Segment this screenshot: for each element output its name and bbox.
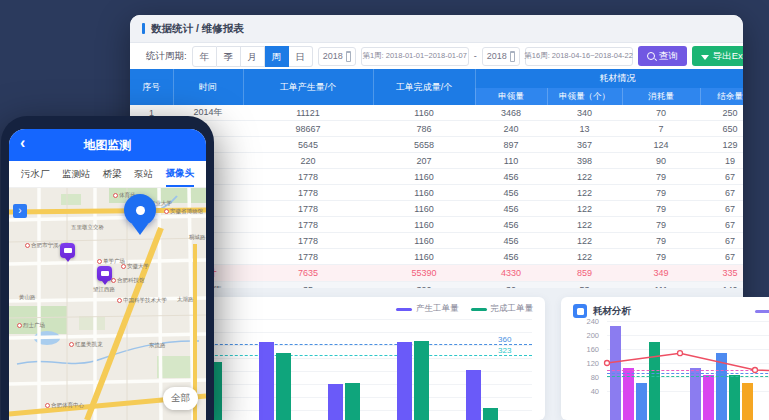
tab-监测站[interactable]: 监测站 (62, 162, 91, 186)
panel-icon (573, 304, 587, 318)
poi-dot-icon (113, 193, 118, 198)
calendar-icon (510, 51, 515, 62)
range-separator: - (474, 51, 477, 61)
table-cell: 67 (700, 249, 743, 265)
map-poi-label: 合肥体育中心 (45, 402, 84, 409)
gridline (160, 319, 532, 320)
map-tiles (9, 188, 206, 420)
y-axis-tick: 120 (569, 359, 599, 368)
column-header: 时间 (173, 69, 243, 105)
phone-title: 地图监测 (84, 137, 132, 154)
sub-column-header: 结余量 (700, 88, 743, 105)
bar-consumable (649, 342, 660, 420)
period-option-日[interactable]: 日 (289, 46, 313, 67)
report-table: 序号时间工单产生量/个工单完成量/个耗材情况申领量申领量（个）消耗量结余量120… (130, 69, 743, 299)
tab-泵站[interactable]: 泵站 (134, 162, 153, 186)
table-cell: 456 (475, 169, 547, 185)
bar-产生工单量 (328, 384, 343, 420)
selected-pin-icon[interactable] (124, 194, 156, 226)
tab-摄像头[interactable]: 摄像头 (166, 161, 195, 187)
period-option-月[interactable]: 月 (241, 46, 265, 67)
table-cell: 859 (547, 265, 622, 282)
bar-完成工单量 (483, 408, 498, 420)
period-option-年[interactable]: 年 (192, 46, 217, 67)
table-cell: 650 (700, 121, 743, 137)
table-cell: 122 (547, 249, 622, 265)
export-excel-button[interactable]: 导出Excel (692, 46, 743, 66)
map-poi-label: 红星美凯龙 (69, 341, 103, 348)
table-cell: 79 (622, 201, 700, 217)
phone-header: ‹ 地图监测 (9, 129, 206, 161)
poi-dot-icon (164, 209, 169, 214)
reference-label: 360 (498, 335, 511, 344)
table-cell: 13 (547, 121, 622, 137)
legend-item[interactable]: 产生工单量 (396, 303, 459, 315)
end-year-select[interactable]: 2018 (482, 47, 520, 66)
start-week-input[interactable]: 第1周: 2018-01-01~2018-01-07 (361, 47, 469, 66)
poi-dot-icon (45, 403, 50, 408)
table-header-row: 序号时间工单产生量/个工单完成量/个耗材情况 (130, 69, 743, 88)
bar-consumable (636, 383, 647, 420)
table-cell: 1778 (243, 169, 373, 185)
map-view[interactable]: › 体育场安徽农业大学安徽省博物馆五里墩立交桥桐城路合肥市宁溪小学单学广场安徽大… (9, 188, 206, 420)
legend-dash (471, 308, 487, 311)
chart-legend: 产生工单量完成工单量 (396, 303, 533, 315)
poi-dot-icon (25, 243, 30, 248)
table-cell: 122 (547, 217, 622, 233)
table-cell: 786 (373, 121, 475, 137)
filter-bar: 统计周期: 年季月周日 2018 第1周: 2018-01-01~2018-01… (130, 43, 743, 69)
table-cell: 55390 (373, 265, 475, 282)
show-all-button[interactable]: 全部 (163, 387, 198, 410)
reference-line (160, 344, 532, 345)
table-cell: 11121 (243, 105, 373, 121)
table-cell: 98667 (243, 121, 373, 137)
gridline (160, 358, 532, 359)
table-cell: 1778 (243, 233, 373, 249)
table-cell: 456 (475, 233, 547, 249)
y-axis-tick: 80 (569, 373, 599, 382)
chart-header: 耗材分析 (573, 304, 631, 318)
calendar-icon (346, 51, 351, 62)
bar-consumable (703, 375, 714, 420)
table-cell: 398 (547, 153, 622, 169)
table-cell: 7 (622, 121, 700, 137)
back-chevron-icon[interactable]: ‹ (20, 134, 25, 152)
poi-dot-icon (69, 342, 74, 347)
end-week-input[interactable]: 第16周: 2018-04-16~2018-04-22 (525, 47, 633, 66)
legend-dash (396, 308, 412, 311)
table-cell: 1778 (243, 185, 373, 201)
table-row: 177811604561227967 (130, 201, 743, 217)
table-cell: 1160 (373, 169, 475, 185)
table-cell: 897 (475, 137, 547, 153)
table-cell: 1778 (243, 217, 373, 233)
column-header: 工单完成量/个 (373, 69, 475, 105)
start-year-select[interactable]: 2018 (318, 47, 356, 66)
y-axis-tick: 160 (569, 345, 599, 354)
legend-item[interactable]: 完成工单量 (471, 303, 534, 315)
breadcrumb: 数据统计 / 维修报表 (130, 15, 743, 43)
query-button[interactable]: 查询 (638, 46, 687, 66)
tab-桥梁[interactable]: 桥梁 (103, 162, 122, 186)
camera-marker-icon[interactable] (97, 266, 112, 281)
table-cell: 1160 (373, 217, 475, 233)
poi-dot-icon (111, 278, 116, 283)
gridline (607, 363, 769, 364)
table-cell: 340 (547, 105, 622, 121)
period-option-周[interactable]: 周 (265, 46, 289, 67)
table-cell: 19 (700, 153, 743, 169)
legend-label: 产生工单量 (416, 303, 459, 315)
period-option-季[interactable]: 季 (217, 46, 241, 67)
gridline (160, 345, 532, 346)
table-cell: 220 (243, 153, 373, 169)
poi-dot-icon (97, 259, 102, 264)
expand-icon[interactable]: › (13, 204, 27, 218)
period-segmented-control: 年季月周日 (192, 46, 313, 67)
map-poi-label: 东流路 (149, 342, 166, 349)
tab-污水厂[interactable]: 污水厂 (21, 162, 50, 186)
table-cell: 207 (373, 153, 475, 169)
camera-marker-icon[interactable] (60, 243, 75, 258)
map-poi-label: 烈士广场 (17, 322, 45, 329)
table-row: 2202071103989019 (130, 153, 743, 169)
reference-label: 323 (498, 346, 511, 355)
bar-consumable (742, 383, 753, 420)
